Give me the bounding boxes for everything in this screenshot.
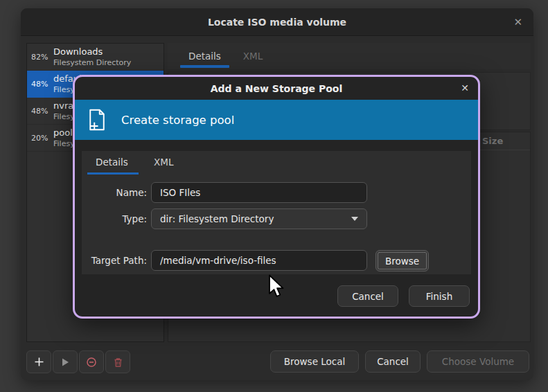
pool-usage-percent: 82% [31, 53, 53, 62]
target-path-field[interactable] [151, 250, 367, 271]
banner-title: Create storage pool [121, 114, 234, 127]
name-label: Name: [82, 182, 147, 203]
start-pool-button[interactable] [53, 350, 78, 373]
stop-circle-icon [86, 357, 97, 368]
type-label: Type: [82, 208, 147, 229]
browse-button[interactable]: Browse [375, 250, 429, 271]
target-path-label: Target Path: [82, 250, 147, 271]
active-tab-underline [87, 172, 139, 175]
trash-icon [113, 357, 123, 368]
browse-local-button[interactable]: Browse Local [270, 350, 359, 373]
close-icon[interactable]: ✕ [513, 8, 522, 36]
column-header-size: Size [482, 136, 503, 146]
add-pool-button[interactable] [26, 350, 51, 373]
dialog-finish-button[interactable]: Finish [409, 285, 470, 307]
tab-details[interactable]: Details [177, 43, 232, 69]
pool-type: Filesystem Directory [53, 58, 131, 67]
delete-pool-button[interactable] [105, 350, 130, 373]
pool-usage-percent: 48% [31, 80, 53, 89]
type-dropdown-value: dir: Filesystem Directory [160, 213, 274, 224]
plus-icon [34, 357, 44, 367]
dialog-tab-xml[interactable]: XML [154, 157, 173, 168]
type-dropdown[interactable]: dir: Filesystem Directory [151, 208, 367, 229]
pool-toolbar [26, 350, 130, 373]
pool-list-item[interactable]: 82% Downloads Filesystem Directory [27, 44, 163, 71]
choose-volume-button: Choose Volume [427, 350, 529, 373]
play-icon [60, 357, 70, 367]
pool-usage-percent: 20% [31, 134, 53, 143]
name-field[interactable] [151, 182, 367, 203]
stop-pool-button[interactable] [79, 350, 104, 373]
window-titlebar[interactable]: Locate ISO media volume ✕ [21, 8, 533, 36]
window-title: Locate ISO media volume [208, 17, 346, 28]
new-document-icon [85, 107, 109, 132]
pool-usage-percent: 48% [31, 107, 53, 116]
dialog-title: Add a New Storage Pool [211, 83, 343, 94]
dialog-banner: Create storage pool [75, 100, 478, 140]
dialog-titlebar[interactable]: Add a New Storage Pool ✕ [75, 77, 478, 100]
chevron-down-icon [351, 217, 358, 221]
footer-buttons: Browse Local Cancel Choose Volume [270, 350, 529, 373]
dialog-close-icon[interactable]: ✕ [461, 77, 469, 100]
dialog-tab-details[interactable]: Details [96, 157, 128, 168]
window-cancel-button[interactable]: Cancel [365, 350, 421, 373]
pool-detail-tabbar: Details XML [168, 43, 531, 69]
dialog-form-panel: Details XML Name: Type: dir: Filesystem … [82, 151, 471, 274]
tab-xml[interactable]: XML [232, 43, 274, 69]
pool-name: Downloads [53, 46, 131, 57]
dialog-cancel-button[interactable]: Cancel [337, 285, 398, 307]
add-storage-pool-dialog: Add a New Storage Pool ✕ Create storage … [73, 75, 480, 319]
